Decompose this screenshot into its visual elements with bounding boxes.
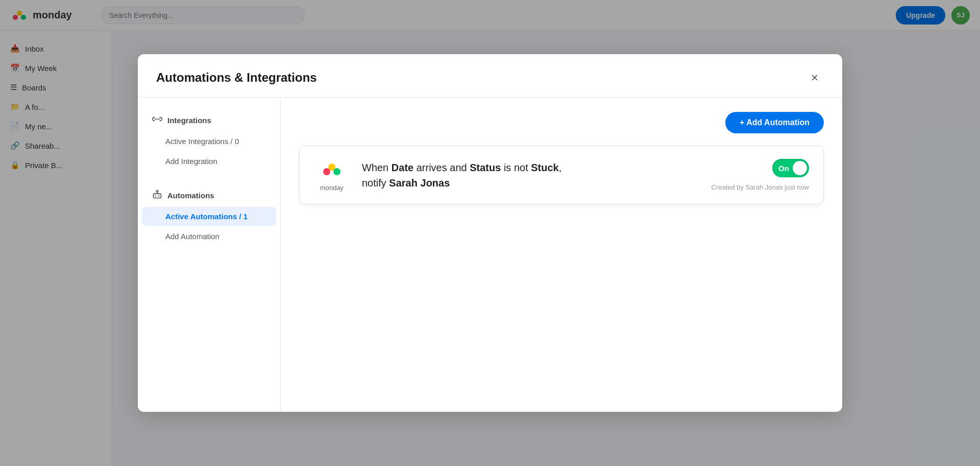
automation-meta: On Created by Sarah Jonas just now <box>712 159 810 191</box>
integrations-heading: Integrations <box>138 110 280 131</box>
desc-sarah-jonas: Sarah Jonas <box>389 177 450 189</box>
automations-section: Automations Active Automations / 1 Add A… <box>138 185 280 246</box>
automation-logo: monday <box>314 158 350 192</box>
active-automations-item[interactable]: Active Automations / 1 <box>142 207 276 226</box>
desc-is-not: is not <box>501 162 531 173</box>
desc-when: When <box>362 162 391 173</box>
toggle-knob <box>793 161 807 175</box>
modal-content-top: + Add Automation <box>299 112 824 133</box>
desc-status: Status <box>470 162 501 173</box>
svg-point-13 <box>333 168 340 175</box>
automation-created-by: Created by Sarah Jonas just now <box>712 183 810 191</box>
modal-close-button[interactable]: × <box>805 68 824 87</box>
automation-toggle[interactable]: On <box>772 159 809 177</box>
modal-header: Automations & Integrations × <box>138 54 842 98</box>
add-integration-item[interactable]: Add Integration <box>142 152 276 171</box>
desc-date: Date <box>391 162 413 173</box>
active-integrations-item[interactable]: Active Integrations / 0 <box>142 132 276 151</box>
automations-integrations-modal: Automations & Integrations × <box>138 54 842 412</box>
modal-title: Automations & Integrations <box>156 71 317 85</box>
modal-nav: Integrations Active Integrations / 0 Add… <box>138 98 281 412</box>
automation-description: When Date arrives and Status is not Stuc… <box>362 160 699 191</box>
toggle-on-label: On <box>778 164 789 173</box>
svg-rect-5 <box>154 194 161 198</box>
desc-arrives: arrives and <box>413 162 470 173</box>
monday-card-logo-label: monday <box>320 184 344 192</box>
automations-icon <box>152 189 162 202</box>
desc-stuck: Stuck <box>531 162 558 173</box>
desc-comma: , <box>559 162 562 173</box>
modal-overlay[interactable]: Automations & Integrations × <box>0 0 980 466</box>
add-automation-nav-item[interactable]: Add Automation <box>142 227 276 246</box>
toggle-container[interactable]: On <box>772 159 809 177</box>
integrations-icon <box>152 114 162 127</box>
monday-card-logo-icon <box>321 158 343 181</box>
automations-heading: Automations <box>138 185 280 206</box>
add-automation-button[interactable]: + Add Automation <box>725 112 824 133</box>
desc-notify: notify <box>362 177 389 189</box>
modal-content-area: + Add Automation monday <box>281 98 842 412</box>
automation-card: monday When Date arrives and Status is n… <box>299 146 824 204</box>
modal-body: Integrations Active Integrations / 0 Add… <box>138 98 842 412</box>
integrations-section: Integrations Active Integrations / 0 Add… <box>138 110 280 171</box>
